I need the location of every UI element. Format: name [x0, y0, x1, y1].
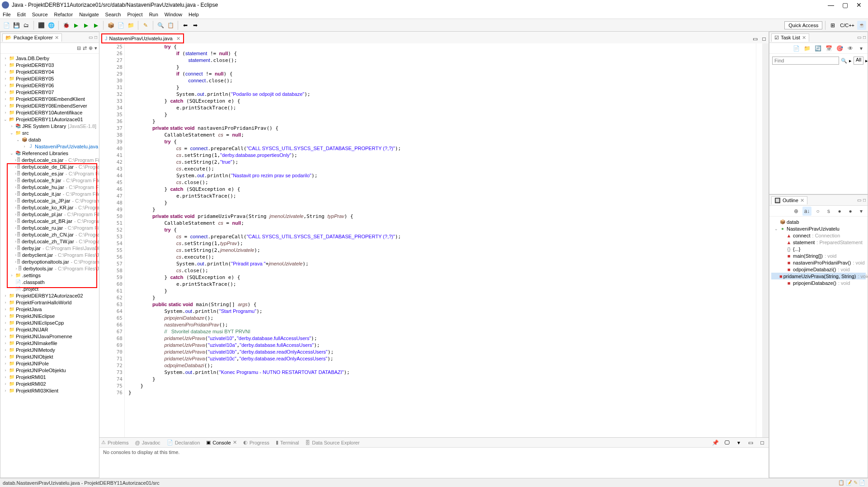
tree-item[interactable]: ›📁ProjektDERBY06: [0, 82, 99, 89]
menu-project[interactable]: Project: [127, 12, 142, 17]
tree-item[interactable]: ›📁ProjektDERBY07: [0, 89, 99, 95]
tree-item[interactable]: 📦datab: [771, 218, 866, 225]
tl-min[interactable]: ▭: [857, 35, 861, 40]
link-editor-button[interactable]: ⇄: [83, 45, 87, 51]
tree-item[interactable]: ›🗄derbyLocale_zh_CN.jar - C:\Program: [0, 231, 99, 238]
tree-item[interactable]: ›📁ProjektDERBY05: [0, 75, 99, 82]
menu-file[interactable]: File: [3, 12, 11, 17]
editor-min[interactable]: ▭: [750, 34, 760, 43]
tree-item[interactable]: ›🗄derbyLocale_pt_BR.jar - C:\Program: [0, 217, 99, 224]
tree-item[interactable]: {}{...}: [771, 246, 866, 252]
tree-item[interactable]: ›📁ProjektJNIPole: [0, 360, 99, 367]
tree-item[interactable]: ›JNastaveniPravUzivatelu.java: [0, 143, 99, 150]
task-list-tab[interactable]: ☑ Task List ✕: [771, 33, 809, 42]
tree-item[interactable]: ›📁ProjektJNIEclipseCpp: [0, 319, 99, 326]
tree-item[interactable]: ›📁ProjektRMI01: [0, 374, 99, 380]
run-button[interactable]: ▶: [71, 21, 80, 30]
menu-window[interactable]: Window: [165, 12, 182, 17]
ol-min[interactable]: ▭: [857, 198, 861, 203]
console-new[interactable]: ▾: [734, 438, 743, 447]
ol-menu[interactable]: ▾: [857, 207, 866, 216]
task-find-input[interactable]: [772, 57, 839, 65]
collapse-all-button[interactable]: ⊟: [77, 45, 81, 51]
ol-max[interactable]: □: [863, 198, 866, 203]
new-class-button[interactable]: 📄: [116, 21, 125, 30]
tree-item[interactable]: ›🗄derbyLocale_pl.jar - C:\Program File: [0, 211, 99, 217]
tree-item[interactable]: ⌄●NastaveniPravUzivatelu: [771, 225, 866, 232]
tree-item[interactable]: ■pripojeniDatabaze() : void: [771, 279, 866, 286]
tree-item[interactable]: ›📁ProjektDERBY04: [0, 68, 99, 75]
tree-item[interactable]: ›🗄derbyLocale_ru.jar - C:\Program Fil: [0, 224, 99, 231]
ol-sort[interactable]: a↓: [802, 207, 811, 216]
pe-min[interactable]: ▭: [89, 35, 93, 40]
tree-item[interactable]: ›📚JRE System Library[JavaSE-1.8]: [0, 123, 99, 129]
tree-item[interactable]: ›📁ProjektJNIPoleObjektu: [0, 367, 99, 374]
ol-focus[interactable]: ⊕: [792, 207, 801, 216]
tree-item[interactable]: ›🗄derbyLocale_de_DE.jar - C:\Program: [0, 163, 99, 170]
tree-item[interactable]: ⌄📁src: [0, 129, 99, 136]
editor-max[interactable]: □: [760, 34, 769, 43]
tree-item[interactable]: ›📁ProjektJNIObjekt: [0, 353, 99, 360]
menu-refactor[interactable]: Refactor: [54, 12, 73, 17]
tab-progress[interactable]: ◐Progress: [243, 440, 269, 445]
tree-item[interactable]: ■pridameUzivPrava(String, String) : void: [771, 273, 866, 279]
tree-item[interactable]: ›📁ProjektDERBY03: [0, 61, 99, 68]
tree-item[interactable]: ›📁ProjektJNImakefile: [0, 340, 99, 346]
persp-cc[interactable]: C/C++: [838, 21, 856, 30]
new-pkg-button[interactable]: 📦: [106, 21, 115, 30]
tree-item[interactable]: ›🗄derbyoptionaltools.jar - C:\Program: [0, 258, 99, 265]
tree-item[interactable]: ›🗄derbyLocale_hu.jar - C:\Program Fil: [0, 184, 99, 190]
tree-item[interactable]: ▲statement : PreparedStatement: [771, 239, 866, 246]
tree-item[interactable]: ›📁ProjektDERBY08EmbendKlient: [0, 95, 99, 102]
console-min[interactable]: ▭: [746, 438, 755, 447]
new-button[interactable]: 📄: [2, 21, 11, 30]
tree-item[interactable]: ■nastaveniProPridaniPrav() : void: [771, 259, 866, 266]
maximize-button[interactable]: ▢: [842, 1, 848, 9]
package-explorer-tab[interactable]: 📂 Package Explorer ✕: [2, 33, 62, 42]
tl-sync[interactable]: 🔄: [813, 44, 822, 53]
back-button[interactable]: ⬅: [181, 21, 190, 30]
tree-item[interactable]: ›📁ProjektJNIEclipse: [0, 312, 99, 319]
tree-item[interactable]: ›📁ProjektJava: [0, 306, 99, 312]
persp-open[interactable]: ⊞: [828, 21, 837, 30]
tree-item[interactable]: ⌄📚Referenced Libraries: [0, 150, 99, 156]
tree-item[interactable]: ›🗄derbytools.jar - C:\Program Files\J: [0, 265, 99, 272]
close-button[interactable]: ✕: [856, 1, 862, 9]
tree-item[interactable]: ›📁.settings: [0, 272, 99, 279]
tl-menu[interactable]: ▾: [857, 44, 866, 53]
ol-hide-local[interactable]: ●: [846, 207, 855, 216]
save-all-button[interactable]: 🗂: [22, 21, 31, 30]
package-explorer-tree[interactable]: ›📁Java.DB.Derby›📁ProjektDERBY03›📁Projekt…: [0, 54, 99, 478]
package-explorer-close[interactable]: ✕: [55, 35, 59, 41]
tab-declaration[interactable]: 📄Declaration: [167, 440, 200, 445]
console-pin[interactable]: 📌: [711, 438, 720, 447]
search-button[interactable]: 🔍: [156, 21, 165, 30]
world-button[interactable]: 🌐: [47, 21, 56, 30]
tl-max[interactable]: □: [863, 35, 866, 40]
view-menu-button[interactable]: ▾: [94, 45, 97, 51]
console-display[interactable]: 🖵: [722, 438, 731, 447]
quick-access[interactable]: Quick Access: [784, 21, 822, 29]
tree-item[interactable]: ›📁ProjektRMI02: [0, 380, 99, 387]
tl-new[interactable]: 📄: [792, 44, 801, 53]
coverage-button[interactable]: ▶: [91, 21, 100, 30]
pe-max[interactable]: □: [94, 35, 97, 40]
task-filter-all[interactable]: All: [854, 57, 863, 65]
code-editor[interactable]: 2526272829303132333435363738394041424344…: [99, 43, 769, 437]
outline-close[interactable]: ✕: [800, 198, 804, 203]
forward-button[interactable]: ➡: [191, 21, 200, 30]
menu-source[interactable]: Source: [32, 12, 48, 17]
tree-item[interactable]: ›🗄derbyLocale_ko_KR.jar - C:\Program: [0, 204, 99, 211]
task-filter-arrow[interactable]: ▸: [865, 58, 868, 64]
tree-item[interactable]: ▲connect : Connection: [771, 232, 866, 239]
console-max[interactable]: □: [758, 438, 767, 447]
tree-item[interactable]: 📄.classpath: [0, 279, 99, 285]
focus-button[interactable]: ⊕: [89, 45, 93, 51]
tree-item[interactable]: ›📁Java.DB.Derby: [0, 55, 99, 61]
tab-javadoc[interactable]: @Javadoc: [135, 440, 160, 445]
tree-item[interactable]: ›🗄derbyLocale_fr.jar - C:\Program File: [0, 177, 99, 184]
editor-scrollbar[interactable]: [762, 43, 769, 437]
outline-tree[interactable]: 📦datab⌄●NastaveniPravUzivatelu▲connect :…: [769, 217, 868, 478]
tl-sched[interactable]: 📅: [824, 44, 833, 53]
tree-item[interactable]: ■odpojimeDatabazi() : void: [771, 266, 866, 273]
